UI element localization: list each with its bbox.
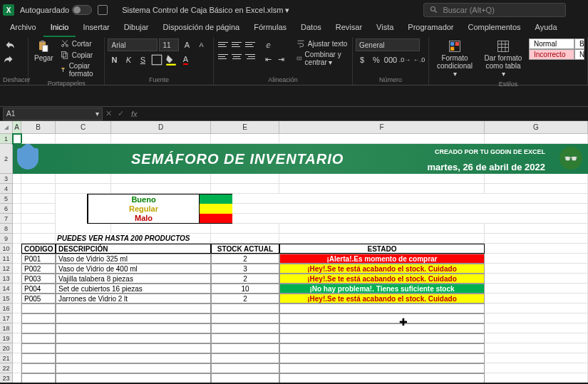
- decrease-font-button[interactable]: A: [195, 38, 207, 51]
- cell[interactable]: [13, 234, 21, 244]
- select-all-corner[interactable]: [0, 121, 13, 134]
- cell[interactable]: [21, 234, 56, 244]
- cell[interactable]: [13, 303, 21, 313]
- row-header-5[interactable]: 5: [0, 194, 13, 204]
- autosave-toggle[interactable]: Autoguardado: [20, 5, 92, 15]
- td-stock[interactable]: 2: [211, 274, 279, 284]
- style-bad[interactable]: Incorrecto: [529, 49, 574, 60]
- row-header-11[interactable]: 11: [0, 254, 13, 264]
- td-stock[interactable]: 2: [211, 294, 279, 303]
- td-codigo[interactable]: P001: [21, 254, 56, 264]
- cell[interactable]: [485, 323, 588, 333]
- cell[interactable]: [13, 333, 21, 343]
- cell[interactable]: [111, 134, 211, 144]
- cell[interactable]: [485, 264, 588, 274]
- td-estado[interactable]: ¡Hey!.Se te está acabando el stock. Cuid…: [279, 274, 485, 284]
- cell[interactable]: [21, 174, 56, 184]
- style-neutral-abbr[interactable]: N: [574, 49, 584, 60]
- cell[interactable]: [13, 184, 21, 194]
- cell[interactable]: [13, 224, 21, 234]
- cell[interactable]: [13, 373, 21, 383]
- cell[interactable]: [279, 184, 485, 194]
- merge-center-button[interactable]: Combinar y centrar ▾: [295, 50, 349, 67]
- cell[interactable]: [485, 184, 588, 194]
- align-bottom-button[interactable]: [244, 38, 257, 50]
- cell[interactable]: [485, 303, 588, 313]
- formula-input[interactable]: [142, 108, 588, 120]
- cell[interactable]: [21, 194, 56, 204]
- th-codigo[interactable]: CODIGO: [21, 244, 56, 254]
- cell[interactable]: [13, 313, 21, 323]
- cell[interactable]: [485, 134, 588, 144]
- tab-inicio[interactable]: Inicio: [43, 20, 76, 37]
- row-header-13[interactable]: 13: [0, 274, 13, 284]
- row-header-6[interactable]: 6: [0, 204, 13, 214]
- col-header-A[interactable]: A: [13, 121, 21, 134]
- cell[interactable]: [13, 323, 21, 333]
- cell[interactable]: [485, 373, 588, 383]
- row-header-22[interactable]: 22: [0, 363, 13, 373]
- row-header-18[interactable]: 18: [0, 323, 13, 333]
- td-empty[interactable]: [279, 363, 485, 373]
- td-codigo[interactable]: P002: [21, 264, 56, 274]
- tab-programador[interactable]: Programador: [401, 20, 460, 37]
- td-estado[interactable]: ¡No hay problema!. Tienes suficiente sto…: [279, 284, 485, 294]
- row-header-3[interactable]: 3: [0, 174, 13, 184]
- col-header-B[interactable]: B: [21, 121, 56, 134]
- td-empty[interactable]: [56, 363, 211, 373]
- row-header-1[interactable]: 1: [0, 134, 13, 144]
- col-header-C[interactable]: C: [56, 121, 111, 134]
- tab-datos[interactable]: Datos: [294, 20, 329, 37]
- align-middle-button[interactable]: [230, 38, 243, 50]
- cell[interactable]: [13, 174, 21, 184]
- cell[interactable]: [56, 224, 111, 234]
- cell[interactable]: [232, 214, 588, 224]
- td-stock[interactable]: 3: [211, 264, 279, 274]
- redo-button[interactable]: [3, 53, 16, 66]
- cancel-formula-icon[interactable]: ✕: [103, 109, 115, 118]
- undo-button[interactable]: [3, 38, 16, 51]
- cell[interactable]: [211, 234, 279, 244]
- decrease-decimal-button[interactable]: ←.0: [413, 53, 425, 66]
- td-empty[interactable]: [211, 323, 279, 333]
- row-header-9[interactable]: 9: [0, 234, 13, 244]
- wrap-text-button[interactable]: Ajustar texto: [295, 38, 349, 48]
- align-left-button[interactable]: [217, 51, 229, 62]
- font-size-input[interactable]: [159, 38, 179, 51]
- cell[interactable]: [21, 224, 56, 234]
- row-header-16[interactable]: 16: [0, 303, 13, 313]
- orientation-button[interactable]: ⅇ: [262, 38, 275, 51]
- col-header-E[interactable]: E: [211, 121, 279, 134]
- cell[interactable]: [13, 244, 21, 254]
- percent-button[interactable]: %: [370, 53, 383, 66]
- td-empty[interactable]: [279, 353, 485, 363]
- td-empty[interactable]: [279, 323, 485, 333]
- comma-button[interactable]: 000: [384, 53, 397, 66]
- borders-button[interactable]: [150, 53, 163, 66]
- td-empty[interactable]: [56, 343, 211, 353]
- cell[interactable]: [21, 184, 56, 194]
- td-empty[interactable]: [56, 323, 211, 333]
- paste-button[interactable]: Pegar: [31, 38, 56, 63]
- col-header-F[interactable]: F: [279, 121, 485, 134]
- td-empty[interactable]: [21, 333, 56, 343]
- cut-button[interactable]: Cortar: [59, 38, 102, 48]
- font-name-input[interactable]: [108, 38, 158, 51]
- cell[interactable]: [13, 214, 21, 224]
- cell[interactable]: [13, 264, 21, 274]
- tab-dibujar[interactable]: Dibujar: [117, 20, 156, 37]
- td-codigo[interactable]: P003: [21, 274, 56, 284]
- cell[interactable]: [13, 254, 21, 264]
- cell[interactable]: [13, 363, 21, 373]
- td-codigo[interactable]: P005: [21, 294, 56, 303]
- td-empty[interactable]: [279, 313, 485, 323]
- conditional-format-button[interactable]: Formato condicional ▾: [432, 38, 478, 79]
- cell[interactable]: [56, 184, 111, 194]
- cell[interactable]: [21, 214, 56, 224]
- cell[interactable]: [232, 194, 588, 204]
- cell[interactable]: [13, 204, 21, 214]
- td-empty[interactable]: [211, 303, 279, 313]
- td-empty[interactable]: [56, 303, 211, 313]
- td-descripcion[interactable]: Vaso de Vidrio 325 ml: [56, 254, 211, 264]
- cell[interactable]: [279, 224, 485, 234]
